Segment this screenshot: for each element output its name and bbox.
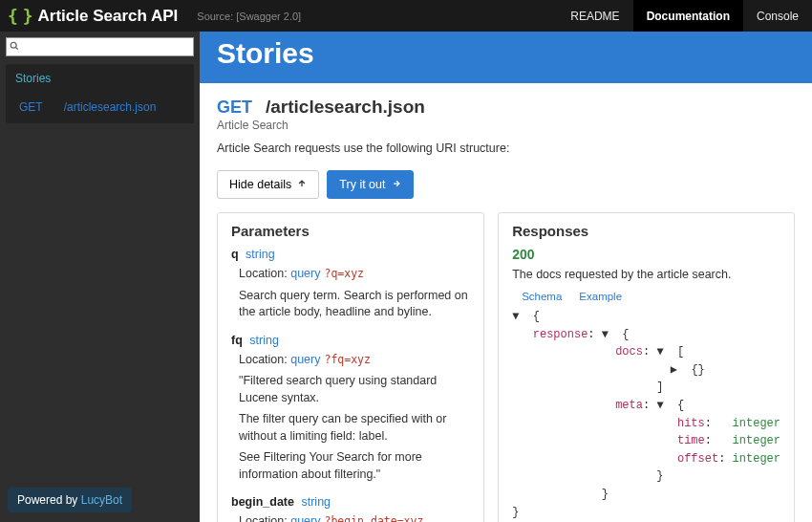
hide-details-label: Hide details [229,178,291,191]
sidebar: Stories GET /articlesearch.json Powered … [0,32,200,522]
tab-example[interactable]: Example [579,291,622,302]
schema-tree: ▼ { response: ▼ { docs: ▼ [ ▶ {} ] meta:… [512,308,780,521]
param-desc-line: "Filtered search query using standard Lu… [239,373,470,406]
triangle-right-icon[interactable]: ▶ [671,361,677,380]
parameters-title: Parameters [231,223,470,239]
source-label: Source: [Swagger 2.0] [197,11,301,22]
param-location: Location: query?fq=xyz [239,352,470,369]
param-name: q [231,248,239,261]
param-type: string [246,334,279,347]
main: Stories GET /articlesearch.json Article … [200,32,812,522]
hero: Stories [200,32,812,83]
nav-item-method: GET [19,100,43,114]
nav-documentation[interactable]: Documentation [633,0,743,32]
search-input[interactable] [6,37,194,56]
param-name: fq [231,334,243,347]
logo-icon: { } [8,6,31,26]
param-type: string [243,248,275,261]
triangle-down-icon[interactable]: ▼ [512,308,519,326]
param-q: q stringLocation: query?q=xyzSearch quer… [231,247,470,321]
nav-group-stories[interactable]: Stories [6,64,194,93]
responses-title: Responses [512,223,780,239]
responses-panel: Responses 200 The docs requested by the … [498,212,795,522]
param-desc-line: The filter query can be specified with o… [239,411,470,445]
response-code: 200 [512,247,780,262]
powered-by-button[interactable]: Powered by LucyBot [8,488,132,512]
nav-item-articlesearch[interactable]: GET /articlesearch.json [6,93,194,123]
search-wrap [0,32,200,62]
powered-prefix: Powered by [17,493,81,507]
powered-name: LucyBot [81,493,122,507]
try-it-out-label: Try it out [339,178,385,191]
endpoint-subtitle: Article Search [217,119,795,132]
arrow-right-icon [392,178,401,191]
nav-readme[interactable]: README [557,0,632,32]
param-name: begin_date [231,495,294,509]
topbar: { } Article Search API Source: [Swagger … [0,0,812,32]
arrow-up-icon [297,178,307,191]
content: GET /articlesearch.json Article Search A… [200,83,812,522]
try-it-out-button[interactable]: Try it out [327,170,413,199]
nav-console[interactable]: Console [743,0,812,32]
parameters-panel: Parameters q stringLocation: query?q=xyz… [217,212,484,522]
param-location: Location: query?begin_date=xyz [239,513,470,522]
param-type: string [298,495,331,509]
param-location: Location: query?q=xyz [239,266,470,283]
triangle-down-icon[interactable]: ▼ [656,343,663,361]
response-tabs: Schema Example [512,291,780,302]
hide-details-button[interactable]: Hide details [217,170,319,199]
endpoint-path: /articlesearch.json [266,97,425,118]
nav-item-path: /articlesearch.json [64,100,157,114]
triangle-down-icon[interactable]: ▼ [602,326,609,344]
triangle-down-icon[interactable]: ▼ [656,397,663,415]
response-description: The docs requested by the article search… [512,268,780,281]
api-title: Article Search API [38,7,179,26]
param-begin_date: begin_date stringLocation: query?begin_d… [231,494,470,522]
param-desc-line: See Filtering Your Search for more infor… [239,449,470,483]
endpoint-description: Article Search requests use the followin… [217,141,795,155]
endpoint-method: GET [217,98,252,118]
nav-group: Stories GET /articlesearch.json [6,64,194,123]
tab-schema[interactable]: Schema [522,291,562,302]
param-fq: fq stringLocation: query?fq=xyz"Filtered… [231,333,470,484]
columns: Parameters q stringLocation: query?q=xyz… [217,212,795,522]
param-desc-line: Search query term. Search is performed o… [239,288,470,321]
endpoint-header: GET /articlesearch.json [217,97,795,118]
hero-title: Stories [217,37,795,70]
button-row: Hide details Try it out [217,170,795,199]
topbar-nav: README Documentation Console [557,0,812,32]
